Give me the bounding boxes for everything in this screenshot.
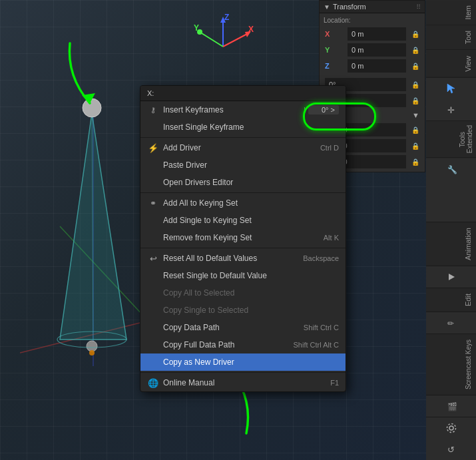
menu-item-open-drivers-editor[interactable]: Open Drivers Editor xyxy=(140,174,346,191)
menu-item-insert-single-keyframe[interactable]: Insert Single Keyframe xyxy=(140,118,346,136)
scale-x-lock[interactable]: 🔒 xyxy=(411,126,419,134)
svg-text:🔧: 🔧 xyxy=(447,164,457,174)
z-axis-label: Z xyxy=(325,62,345,70)
menu-item-reset-all-default[interactable]: ↩ Reset All to Default Values Backspace xyxy=(140,250,346,267)
reset-single-icon xyxy=(147,270,159,282)
svg-text:Z: Z xyxy=(224,13,229,22)
menu-item-copy-full-data-path[interactable]: Copy Full Data Path Shift Ctrl Alt C xyxy=(140,336,346,353)
refresh-icon-btn[interactable]: ↺ xyxy=(426,439,476,460)
context-menu: X: ⚷ Insert Keyframes I 0° > Insert Sing… xyxy=(140,85,346,392)
tab-tool[interactable]: Tool xyxy=(426,25,476,50)
keyframes-value: 0° > xyxy=(308,105,339,115)
location-label: Location: xyxy=(322,15,422,26)
separator-4 xyxy=(140,372,346,373)
menu-item-paste-driver[interactable]: Paste Driver xyxy=(140,156,346,174)
move-icon-btn[interactable]: ✛ xyxy=(426,99,476,120)
svg-point-8 xyxy=(87,341,97,351)
separator-1 xyxy=(140,137,346,138)
menu-header: X: xyxy=(140,86,346,101)
cursor-icon-btn[interactable] xyxy=(426,78,476,99)
transform-z-row: Z 0 m 🔒 xyxy=(322,58,422,74)
right-side-panel: Item Tool View ✛ Extended Tools 🔧 Animat… xyxy=(426,0,476,460)
settings-icon-btn[interactable] xyxy=(426,417,476,439)
i-shortcut: I xyxy=(304,106,306,114)
svg-marker-22 xyxy=(447,84,455,93)
menu-item-remove-keying[interactable]: Remove from Keying Set Alt K xyxy=(140,229,346,246)
rot-x-lock[interactable]: 🔒 xyxy=(411,81,419,89)
transform-location-section: Location: X 0 m 🔒 Y 0 m 🔒 Z 0 m 🔒 xyxy=(320,13,425,76)
copy-full-data-path-label: Copy Full Data Path xyxy=(163,340,234,349)
x-lock-icon[interactable]: 🔒 xyxy=(411,31,419,38)
screencast-tab[interactable]: Screencast Keys xyxy=(426,334,476,395)
add-single-keying-label: Add Single to Keying Set xyxy=(163,216,252,225)
bottom-icons: ↺ xyxy=(426,417,476,460)
transform-y-row: Y 0 m 🔒 xyxy=(322,42,422,58)
x-axis-label: X xyxy=(325,30,345,38)
single-keyframe-icon xyxy=(147,121,159,133)
keyframes-icon: ⚷ xyxy=(147,104,159,116)
tab-view[interactable]: View xyxy=(426,51,476,78)
transform-header: ▼ Transform ⠿ xyxy=(320,1,425,13)
z-lock-icon[interactable]: 🔒 xyxy=(411,63,419,70)
paste-driver-icon xyxy=(147,159,159,171)
menu-item-insert-keyframes[interactable]: ⚷ Insert Keyframes I 0° > xyxy=(140,101,346,118)
itv-tabs: Item Tool View xyxy=(426,0,476,78)
wrench-icon: 🔧 xyxy=(446,164,457,174)
refresh-icon: ↺ xyxy=(445,443,457,455)
remove-keying-label: Remove from Keying Set xyxy=(163,233,252,242)
copy-all-selected-label: Copy All to Selected xyxy=(163,288,234,298)
grip-icon: ⠿ xyxy=(416,3,421,11)
menu-item-copy-all-selected: Copy All to Selected xyxy=(140,284,346,302)
add-driver-label: Add Driver xyxy=(163,143,201,152)
copy-data-path-icon xyxy=(147,322,159,334)
menu-item-add-single-keying[interactable]: Add Single to Keying Set xyxy=(140,212,346,229)
screencast-icon-btn[interactable]: 🎬 xyxy=(426,395,476,417)
svg-text:↺: ↺ xyxy=(447,445,455,455)
y-axis-label: Y xyxy=(325,46,345,54)
scale-y-lock[interactable]: 🔒 xyxy=(411,142,419,150)
menu-item-copy-data-path[interactable]: Copy Data Path Shift Ctrl C xyxy=(140,319,346,336)
rot-y-lock[interactable]: 🔒 xyxy=(411,97,419,105)
transform-collapse-icon[interactable]: ▼ xyxy=(324,3,330,11)
z-value[interactable]: 0 m xyxy=(348,59,406,73)
copy-new-driver-label: Copy as New Driver xyxy=(163,357,234,367)
edit-icon-btn[interactable]: ✏ xyxy=(426,312,476,334)
online-manual-icon: 🌐 xyxy=(147,377,159,389)
tool-icons-section: ✛ xyxy=(426,78,476,121)
open-drivers-editor-label: Open Drivers Editor xyxy=(163,178,233,187)
scale-z-lock[interactable]: 🔒 xyxy=(411,158,419,166)
copy-full-data-path-icon xyxy=(147,339,159,351)
svg-point-28 xyxy=(449,426,453,430)
copy-single-selected-label: Copy Single to Selected xyxy=(163,306,248,315)
screencast-icon: 🎬 xyxy=(446,401,457,411)
svg-point-9 xyxy=(89,350,95,355)
copy-new-driver-icon xyxy=(147,356,159,368)
animation-tab[interactable]: Animation xyxy=(426,222,476,266)
separator-2 xyxy=(140,192,346,193)
svg-point-29 xyxy=(447,424,455,433)
reset-all-shortcut: Backspace xyxy=(303,254,339,262)
y-lock-icon[interactable]: 🔒 xyxy=(411,47,419,54)
animation-icon-btn[interactable] xyxy=(426,266,476,288)
x-value[interactable]: 0 m xyxy=(348,27,406,41)
menu-item-copy-single-selected: Copy Single to Selected xyxy=(140,302,346,319)
wrench-icon-btn[interactable]: 🔧 xyxy=(426,158,476,180)
menu-item-reset-single-default[interactable]: Reset Single to Default Value xyxy=(140,267,346,284)
animation-icon xyxy=(446,272,457,282)
transform-title: Transform xyxy=(333,3,366,11)
keyframes-shortcut-area: I 0° > xyxy=(304,105,339,115)
tab-item[interactable]: Item xyxy=(426,0,476,25)
add-all-keying-label: Add All to Keying Set xyxy=(163,198,238,208)
separator-3 xyxy=(140,248,346,248)
paste-driver-label: Paste Driver xyxy=(163,160,207,170)
menu-item-online-manual[interactable]: 🌐 Online Manual F1 xyxy=(140,374,346,391)
annotation-arrow-1 xyxy=(50,37,130,123)
menu-item-copy-new-driver[interactable]: Copy as New Driver xyxy=(140,353,346,371)
reset-single-default-label: Reset Single to Default Value xyxy=(163,271,267,280)
extended-tools-tab[interactable]: Extended Tools xyxy=(426,121,476,158)
menu-item-add-all-keying[interactable]: ⚭ Add All to Keying Set xyxy=(140,194,346,212)
edit-tab[interactable]: Edit xyxy=(426,288,476,312)
menu-item-add-driver[interactable]: ⚡ Add Driver Ctrl D xyxy=(140,139,346,156)
svg-text:X: X xyxy=(248,25,254,34)
y-value[interactable]: 0 m xyxy=(348,43,406,57)
